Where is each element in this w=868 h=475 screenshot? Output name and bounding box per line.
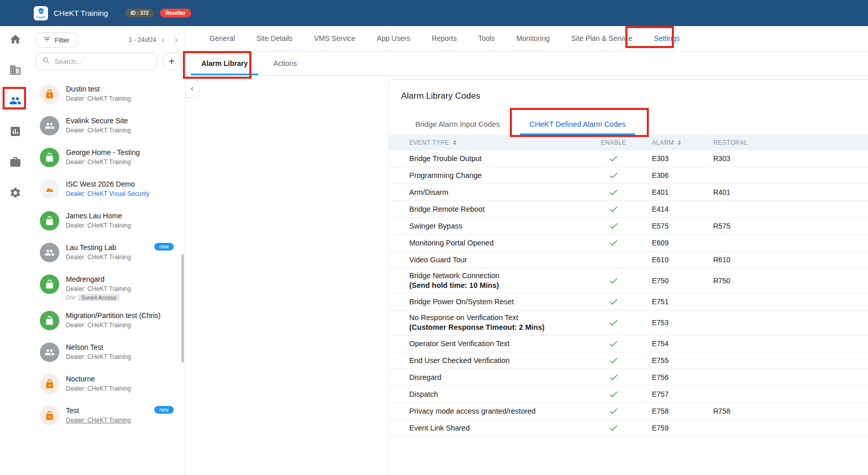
event-type-cell: Programming Change — [389, 171, 585, 180]
event-type-cell: Monitoring Portal Opened — [389, 238, 585, 248]
home-icon — [9, 33, 21, 46]
site-avatar-lock-orange — [40, 374, 59, 394]
alarm-code-cell: E751 — [642, 298, 703, 306]
filter-label: Filter — [55, 36, 69, 44]
alarm-table-row: End User Checked VerificationE755 — [389, 352, 868, 369]
site-list-item[interactable]: Migration/Partition test (Chris)Dealer: … — [31, 306, 185, 337]
site-list-item[interactable]: Nelson TestDealer: CHeKT Training — [31, 337, 185, 369]
unlock-icon — [44, 315, 55, 326]
site-avatar-people-gray — [40, 343, 59, 362]
alarm-table-row: Video Guard TourE610R610 — [389, 252, 868, 268]
enable-cell[interactable] — [585, 204, 642, 214]
check-icon — [608, 204, 619, 214]
alarm-table-row: Bridge Trouble OutputE303R303 — [389, 150, 868, 167]
site-list-item[interactable]: Dustin testDealer: CHeKT Training — [31, 79, 185, 111]
next-page-icon[interactable]: › — [170, 35, 183, 45]
search-box[interactable] — [36, 53, 157, 70]
services-icon — [9, 156, 21, 168]
site-name: Lau Testing Lab — [66, 243, 131, 252]
search-input[interactable] — [55, 58, 157, 65]
sort-icon — [451, 139, 458, 146]
alarm-table-row: Operator Sent Verification TextE754 — [389, 335, 868, 352]
column-header-alarm[interactable]: ALARM — [642, 139, 703, 146]
enable-cell[interactable] — [585, 372, 642, 382]
codes-tab-chekt-defined-alarm-codes[interactable]: CHeKT Defined Alarm Codes — [520, 120, 635, 135]
filter-button[interactable]: Filter — [36, 32, 77, 48]
enable-cell[interactable] — [585, 238, 642, 248]
enable-cell[interactable] — [585, 406, 642, 416]
site-list-item[interactable]: NocturneDealer: CHeKT Training — [31, 369, 185, 401]
site-list-item[interactable]: ISC West 2026 DemoDealer: CHeKT Visual S… — [31, 174, 185, 206]
enable-cell[interactable] — [585, 318, 642, 328]
tab-monitoring[interactable]: Monitoring — [506, 26, 560, 51]
rail-item-building[interactable] — [9, 63, 22, 77]
rail-item-reports[interactable] — [9, 125, 22, 138]
enable-cell[interactable] — [585, 187, 642, 197]
site-list-item[interactable]: MedrengardDealer: CHeKT TrainingDIV: Sun… — [31, 269, 185, 306]
alarm-code-cell: E306 — [642, 171, 703, 179]
site-list-scrollbar[interactable] — [181, 254, 184, 363]
rail-item-home[interactable] — [9, 33, 22, 46]
enable-cell[interactable] — [585, 355, 642, 366]
tab-app-users[interactable]: App Users — [366, 26, 421, 51]
enable-cell[interactable] — [585, 297, 642, 307]
check-icon — [608, 170, 619, 180]
pagination-label: 1 - 24of24 — [129, 36, 156, 43]
tab-settings[interactable]: Settings — [643, 26, 691, 51]
building-icon — [9, 64, 21, 76]
alarm-code-cell: E750 — [642, 277, 703, 285]
rail-item-settings[interactable] — [9, 186, 22, 199]
site-avatar-people-gray — [40, 116, 59, 135]
tab-vms-service[interactable]: VMS Service — [303, 26, 366, 51]
new-badge: new — [154, 243, 174, 251]
add-site-button[interactable]: + — [163, 53, 180, 70]
chekt-logo-text: CHeKT — [36, 16, 45, 19]
site-list-item[interactable]: TestDealer: CHeKT Trainingnew — [31, 401, 185, 433]
app-title: CHeKT Training — [54, 9, 108, 17]
column-header-event-type[interactable]: EVENT TYPE — [389, 139, 585, 146]
panel-toolbar: Filter 1 - 24of24 ‹ › — [31, 26, 185, 48]
lock-icon — [44, 411, 55, 421]
check-icon — [608, 153, 619, 164]
subtab-alarm-library[interactable]: Alarm Library — [189, 51, 261, 75]
filter-icon — [43, 35, 51, 45]
rail-item-services[interactable] — [9, 155, 22, 169]
site-dealer: Dealer: CHeKT Training — [66, 159, 139, 166]
site-list-item[interactable]: George Home - TestingDealer: CHeKT Train… — [31, 143, 185, 174]
site-name: Test — [66, 406, 131, 415]
codes-tab-bridge-alarm-input-codes[interactable]: Bridge Alarm Input Codes — [406, 120, 509, 135]
subtab-actions[interactable]: Actions — [261, 51, 310, 75]
enable-cell[interactable] — [585, 338, 642, 349]
site-list-item[interactable]: James Lau HomeDealer: CHeKT Training — [31, 206, 185, 238]
tab-tools[interactable]: Tools — [467, 26, 506, 51]
site-list-panel: Filter 1 - 24of24 ‹ › + Dustin testDeale… — [31, 26, 185, 475]
tab-reports[interactable]: Reports — [421, 26, 467, 51]
collapse-panel-button[interactable]: ‹ — [185, 79, 199, 98]
enable-cell[interactable] — [585, 276, 642, 286]
enable-cell[interactable] — [585, 153, 642, 164]
chekt-logo[interactable]: CHeKT — [34, 6, 48, 20]
site-list-item[interactable]: Lau Testing LabDealer: CHeKT Trainingnew — [31, 238, 185, 269]
id-badge: ID : 372 — [125, 9, 154, 17]
prev-page-icon[interactable]: ‹ — [156, 35, 170, 45]
unlock-icon — [44, 216, 55, 226]
site-avatar-people-gray — [40, 243, 59, 262]
enable-cell[interactable] — [585, 389, 642, 399]
alarm-code-cell: E610 — [642, 256, 703, 264]
search-icon — [42, 56, 51, 65]
enable-cell[interactable] — [585, 423, 642, 433]
site-dealer[interactable]: Dealer: CHeKT Visual Security — [66, 190, 150, 197]
rail-item-customers[interactable] — [9, 94, 22, 107]
search-icon — [42, 56, 51, 67]
event-type-cell: Bridge Trouble Output — [389, 154, 585, 164]
site-list-item[interactable]: Evalink Secure SiteDealer: CHeKT Trainin… — [31, 111, 185, 143]
check-icon — [608, 187, 619, 197]
restoral-code-cell: R610 — [703, 256, 780, 264]
chekt-partner-icon — [44, 184, 55, 194]
tab-general[interactable]: General — [199, 26, 246, 51]
enable-cell[interactable] — [585, 170, 642, 180]
site-avatar-chekt-orange — [40, 179, 59, 199]
enable-cell[interactable] — [585, 221, 642, 231]
tab-site-details[interactable]: Site Details — [246, 26, 303, 51]
tab-site-plan-service[interactable]: Site Plan & Service — [560, 26, 643, 51]
